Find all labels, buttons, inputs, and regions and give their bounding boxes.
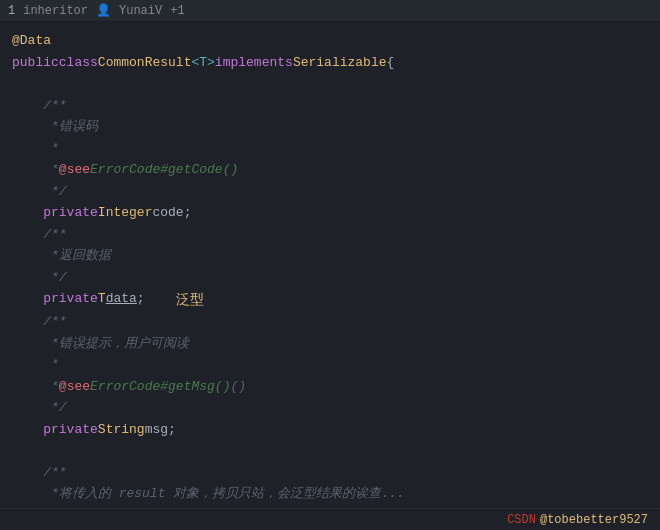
code-line-comment-close2: */ (0, 267, 660, 289)
code-container: @Data public class CommonResult <T> impl… (0, 22, 660, 513)
comment-partial-text: 将传入的 result 对象，拷贝只站，会泛型结果的诶查... (59, 483, 405, 505)
var-data: data (106, 288, 137, 311)
kw-private-code: private (43, 202, 98, 224)
code-line-comment-open2: /** (0, 224, 660, 246)
comment-see1-star: * (51, 159, 59, 181)
comment-star-return: * (51, 245, 59, 267)
comment-star-errmsg: * (51, 333, 59, 355)
comment-see1-tag: @see (59, 159, 90, 181)
code-line-blank1 (0, 73, 660, 95)
code-line-comment-open4: /** (0, 462, 660, 484)
code-line-comment-partial: * 将传入的 result 对象，拷贝只站，会泛型结果的诶查... (0, 483, 660, 505)
code-line-comment-errmsg: * 错误提示，用户可阅读 (0, 333, 660, 355)
user-handle: @tobebetter9527 (540, 513, 648, 527)
kw-private-msg: private (43, 419, 98, 441)
brand-label: CSDN (507, 513, 536, 527)
kw-serializable: Serializable (293, 52, 387, 74)
annotation-data: @Data (12, 30, 51, 52)
comment-open4: /** (43, 462, 66, 484)
comment-see2-tag: @see (59, 376, 90, 398)
user-icon: 👤 (96, 3, 111, 18)
kw-t-type: T (98, 288, 106, 311)
comment-star1: * (51, 138, 59, 160)
comment-close3: */ (51, 397, 67, 419)
fanxing-annotation: 泛型 (176, 288, 204, 311)
comment-star-errcode: * (51, 116, 59, 138)
comment-star2: * (51, 354, 59, 376)
var-msg: msg (145, 419, 168, 441)
comment-open1: /** (43, 95, 66, 117)
comment-close2: */ (51, 267, 67, 289)
comment-see2-value: ErrorCode#getMsg() (90, 376, 230, 398)
code-line-comment-see2: * @see ErrorCode#getMsg() () (0, 376, 660, 398)
code-line-comment-close1: */ (0, 181, 660, 203)
comment-close1: */ (51, 181, 67, 203)
code-line-comment-open1: /** (0, 95, 660, 117)
bottom-bar: CSDN @tobebetter9527 (0, 508, 660, 530)
code-line-comment-errcode: * 错误码 (0, 116, 660, 138)
comment-text-return: 返回数据 (59, 245, 111, 267)
code-line-annotation: @Data (0, 30, 660, 52)
kw-public: public (12, 52, 59, 74)
plus-count: +1 (170, 4, 184, 18)
kw-private-data: private (43, 288, 98, 311)
semicolon-msg: ; (168, 419, 176, 441)
comment-see2-extra: () (230, 376, 246, 398)
semicolon-data: ; (137, 288, 145, 311)
kw-class: class (59, 52, 98, 74)
code-line-class-decl: public class CommonResult <T> implements… (0, 52, 660, 74)
comment-text-errcode: 错误码 (59, 116, 98, 138)
comment-text-errmsg: 错误提示，用户可阅读 (59, 333, 189, 355)
open-brace: { (387, 52, 395, 74)
code-line-comment-open3: /** (0, 311, 660, 333)
comment-open3: /** (43, 311, 66, 333)
code-line-comment-return: * 返回数据 (0, 245, 660, 267)
user-name: YunaiV (119, 4, 162, 18)
code-line-comment-see1: * @see ErrorCode#getCode() (0, 159, 660, 181)
code-line-private-code: private Integer code ; (0, 202, 660, 224)
chinese-label-fanxing (145, 288, 176, 311)
code-line-blank2 (0, 440, 660, 462)
kw-integer: Integer (98, 202, 153, 224)
code-line-comment-star2: * (0, 354, 660, 376)
generic-t: <T> (191, 52, 214, 74)
code-line-private-data: private T data ; 泛型 (0, 288, 660, 311)
code-line-comment-star1: * (0, 138, 660, 160)
comment-open2: /** (43, 224, 66, 246)
comment-see2-star: * (51, 376, 59, 398)
comment-partial-star: * (51, 483, 59, 505)
semicolon-code: ; (184, 202, 192, 224)
comment-see1-value: ErrorCode#getCode() (90, 159, 238, 181)
code-line-private-msg: private String msg ; (0, 419, 660, 441)
top-bar: 1 inheritor 👤 YunaiV +1 (0, 0, 660, 22)
code-line-comment-close3: */ (0, 397, 660, 419)
branch-label: inheritor (23, 4, 88, 18)
kw-implements: implements (215, 52, 293, 74)
class-name: CommonResult (98, 52, 192, 74)
kw-string: String (98, 419, 145, 441)
var-code: code (152, 202, 183, 224)
commit-number: 1 (8, 4, 15, 18)
